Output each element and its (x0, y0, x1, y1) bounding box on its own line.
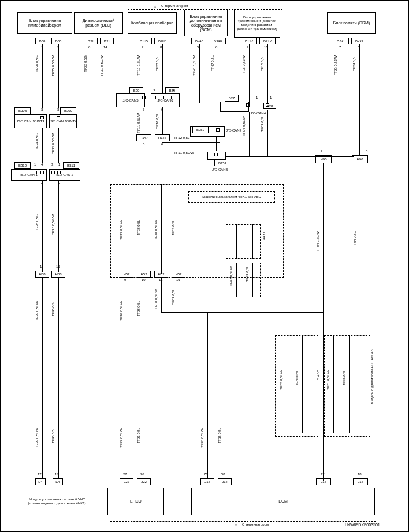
block-ehcu: EHCU (107, 488, 164, 515)
pin: 16 (55, 473, 59, 476)
pin: 1 (270, 96, 272, 99)
wire: TF40 0,5L (51, 301, 55, 316)
conn-h90b: H90 (352, 155, 368, 163)
label-jccan4: J/C-CAN4 (250, 111, 266, 115)
wire: TF11 0,5L/W (174, 151, 194, 155)
junction-sq (153, 96, 156, 99)
wire: TF32 0,5G (84, 55, 87, 72)
pin: 5 (143, 143, 144, 146)
pin: 14 (40, 265, 44, 268)
region-4jj1 (324, 335, 370, 437)
junction-sq (214, 153, 218, 156)
block-ehcu-label: EHCU (130, 499, 142, 504)
line (267, 44, 268, 103)
junction-sq (161, 96, 164, 99)
conn-b231a: B231 (333, 38, 349, 44)
wire: TF18 0,5L/W (154, 220, 158, 240)
line (236, 224, 237, 259)
line (161, 312, 323, 313)
wire: TF48 0,5L/W (192, 55, 196, 76)
conn-b231b: B231 (351, 38, 367, 44)
wire: TF36 0,5L/W (200, 428, 204, 448)
conn-b348b: B348 (210, 38, 226, 44)
line (267, 110, 268, 156)
line (127, 184, 127, 274)
wire: TF18 0,5L/W (154, 289, 158, 309)
pin: 6 (161, 143, 163, 146)
junction-sq (57, 116, 60, 119)
pin: 8 (366, 149, 367, 153)
wire: TF36 0,5G (35, 55, 39, 72)
conn-b88b: B88 (51, 38, 65, 44)
conn-b28: B28 (263, 103, 276, 109)
block-joint4-label: ISO CAN JOINT4 (50, 119, 77, 123)
pin: 6 (215, 46, 217, 49)
line (323, 163, 324, 481)
label: J/C-CAN5 (122, 99, 138, 103)
wire: TF35 0,5G/W (51, 214, 55, 235)
line (58, 44, 59, 108)
line (341, 44, 341, 155)
pin: 7 (321, 149, 322, 153)
block-instrument-label: Комбинация приборов (131, 21, 173, 25)
block-jccan7a (220, 102, 249, 112)
block-drm: Блок памяти (DRM) (327, 12, 376, 34)
junction-sq (171, 96, 174, 99)
pin: 3 (57, 108, 59, 111)
conn-h52a: H52 (120, 271, 133, 278)
line (42, 44, 43, 108)
line (302, 335, 303, 433)
pin: 9 (124, 278, 126, 282)
line (58, 128, 59, 163)
line (35, 163, 92, 163)
wire: TF28 0,5L (137, 301, 140, 316)
inner-right-border (397, 4, 397, 529)
line (252, 263, 253, 297)
pin: 9 (247, 46, 248, 49)
line (287, 335, 287, 433)
block-bcm-label: Блок управления дополнительным оборудова… (186, 14, 226, 32)
conn-b27: B27 (225, 95, 239, 102)
line (179, 278, 179, 324)
pin: 15 (56, 265, 60, 268)
pin: 6 (88, 46, 90, 49)
junction-sq (51, 171, 55, 174)
pin: 5 (197, 46, 199, 49)
junction-sq (40, 116, 44, 119)
pin: 1 (256, 96, 258, 99)
line (161, 184, 162, 274)
wire: TF28 0,5L (137, 220, 140, 235)
wire: TF43 0,5L/W (120, 301, 123, 321)
block-bcm: Блок управления дополнительным оборудова… (184, 10, 228, 36)
conn-b112a: B112 (241, 38, 257, 44)
wire: TF21 0,5L (137, 428, 140, 443)
line (107, 44, 107, 163)
label-4hk1: 4HK1 (262, 231, 266, 240)
line (218, 44, 218, 103)
conn-b353: B353 (214, 160, 230, 166)
wire: TF39 0,5L/W (35, 301, 39, 321)
conn-h88a: H88 (35, 271, 49, 278)
line (42, 181, 43, 272)
line (144, 44, 144, 94)
conn-j14c: J14 (316, 478, 331, 485)
conn-b310: B310 (14, 162, 31, 169)
wire: TF34 0,5G (35, 133, 39, 150)
block-jccan5a: J/C-CAN5 (116, 93, 145, 107)
block-connector-label: Диагностический разъем (DLC) (76, 18, 121, 27)
wire: TF50 0,5L (295, 370, 299, 385)
wire: TF19 0,5L/W (137, 55, 140, 76)
line (207, 312, 208, 479)
pin: 7 (142, 46, 143, 49)
wire: TF03 0,5L (172, 220, 175, 235)
line (199, 44, 200, 103)
wire: TF31 0,5G/W (100, 55, 103, 76)
conn-b105b: B105 (154, 38, 170, 44)
line (333, 335, 334, 433)
line (58, 181, 59, 272)
wire: TF42 0,5L/W (229, 266, 233, 286)
pin: 3 (153, 88, 155, 92)
line (249, 44, 250, 103)
block-immobilizer: Блок управления иммобилайзером (17, 12, 72, 34)
wire: TF35 0,5L (218, 428, 221, 443)
